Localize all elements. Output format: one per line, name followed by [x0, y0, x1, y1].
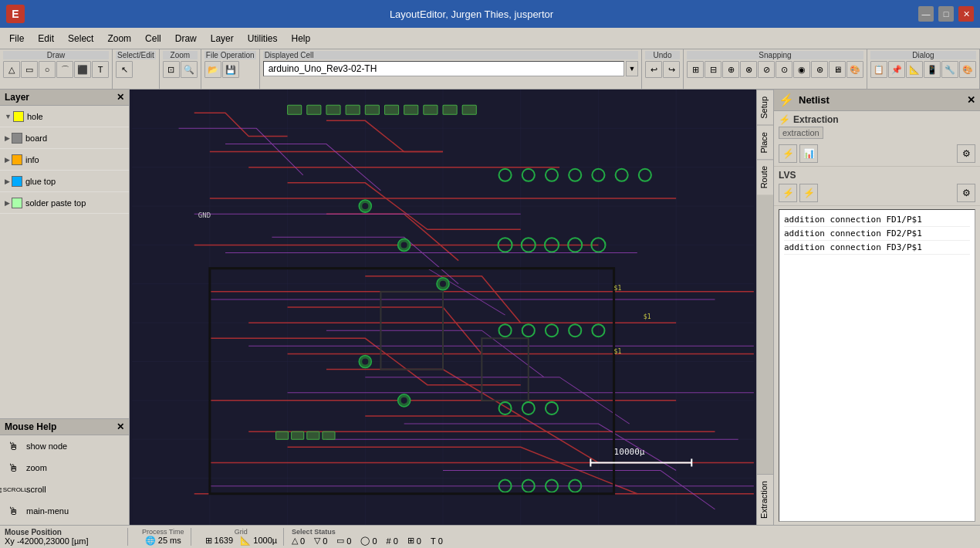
dialog-5-btn[interactable]: 🔧 [941, 61, 958, 78]
maximize-button[interactable]: □ [938, 6, 954, 22]
pcb-canvas[interactable]: GND 10000µ [130, 90, 756, 525]
instance-count: 0 [394, 536, 398, 546]
dialog-6-btn[interactable]: 🎨 [959, 61, 976, 78]
layer-swatch-info [12, 154, 22, 165]
minimize-button[interactable]: — [918, 6, 934, 22]
redo-btn[interactable]: ↪ [663, 61, 680, 78]
dialog-2-btn[interactable]: 📌 [888, 61, 905, 78]
extract-run-btn[interactable]: ⚡ [779, 144, 797, 163]
snap-4-btn[interactable]: ⊗ [740, 61, 757, 78]
select-btn[interactable]: ↖ [116, 61, 133, 78]
pcb-canvas-area[interactable]: GND 10000µ [130, 90, 756, 525]
dialog-1-btn[interactable]: 📋 [870, 61, 887, 78]
snap-2-btn[interactable]: ⊟ [705, 61, 721, 78]
undo-btn[interactable]: ↩ [645, 61, 662, 78]
layer-item-board[interactable]: ▶ board [0, 127, 129, 149]
tab-place[interactable]: Place [757, 125, 773, 160]
svg-rect-80 [307, 431, 319, 439]
draw-rect-btn[interactable]: ▭ [21, 61, 38, 78]
status-bar: Mouse Position Xy -42000,23000 [µm] Proc… [0, 525, 980, 548]
cell-dropdown-button[interactable]: ▼ [626, 61, 638, 76]
snap-5-btn[interactable]: ⊘ [758, 61, 775, 78]
tab-extraction[interactable]: Extraction [757, 474, 773, 525]
toolbar-area: Draw △ ▭ ○ ⌒ ⬛ T Select/Edit ↖ Zoom ⊡ 🔍 … [0, 49, 980, 90]
menu-layer[interactable]: Layer [204, 31, 240, 46]
file-op-icons: 📂 💾 [204, 61, 256, 78]
undo-icons: ↩ ↪ [645, 61, 680, 78]
grid-icon: ⊞ [205, 536, 212, 545]
mouse-middle-click-icon: 🖱 [5, 502, 22, 519]
left-sidebar: Layer ✕ ▼ hole ▶ board ▶ info ▶ [0, 90, 130, 525]
menu-help[interactable]: Help [285, 31, 316, 46]
draw-text-btn[interactable]: T [92, 61, 109, 78]
undo-toolbar: Undo ↩ ↪ [642, 49, 684, 89]
layer-item-hole[interactable]: ▼ hole [0, 106, 129, 127]
menu-file[interactable]: File [3, 31, 30, 46]
lvs-run-btn[interactable]: ⚡ [779, 184, 797, 202]
menu-zoom[interactable]: Zoom [101, 31, 137, 46]
cell-name-display[interactable]: arduino_Uno_Rev3-02-TH [263, 61, 624, 76]
snap-6-btn[interactable]: ⊙ [776, 61, 792, 78]
file-open-btn[interactable]: 📂 [204, 61, 221, 78]
close-button[interactable]: ✕ [958, 6, 974, 22]
snap-9-btn[interactable]: 🖥 [829, 61, 846, 78]
snap-3-btn[interactable]: ⊕ [722, 61, 739, 78]
select-edit-label: Select/Edit [116, 51, 156, 59]
select-status-instance: # 0 [387, 536, 398, 546]
dialog-3-btn[interactable]: 📐 [906, 61, 923, 78]
lvs-header: LVS [779, 170, 975, 181]
zoom-fit-btn[interactable]: ⊡ [163, 61, 180, 78]
grid-count: 1639 [215, 536, 233, 545]
lvs-compare-btn[interactable]: ⚡ [799, 184, 818, 202]
layer-item-info[interactable]: ▶ info [0, 149, 129, 171]
extract-bar-btn[interactable]: 📊 [799, 144, 818, 163]
grid-group: Grid ⊞ 1639 📐 1000µ [199, 528, 285, 546]
extract-settings-btn[interactable]: ⚙ [957, 144, 975, 163]
process-time-label: Process Time [142, 528, 184, 536]
svg-rect-88 [404, 105, 418, 114]
snap-10-btn[interactable]: 🎨 [847, 61, 863, 78]
mouse-help-close-btn[interactable]: ✕ [117, 421, 124, 432]
menu-select[interactable]: Select [62, 31, 100, 46]
draw-circle-btn[interactable]: ○ [39, 61, 56, 78]
extraction-toolbar: ⚡ 📊 ⚙ [779, 144, 975, 163]
dialog-4-btn[interactable]: 📱 [924, 61, 941, 78]
menu-cell[interactable]: Cell [139, 31, 167, 46]
mouse-help-main-menu: 🖱 main-menu [0, 500, 129, 522]
zoom-in-btn[interactable]: 🔍 [181, 61, 198, 78]
snap-8-btn[interactable]: ⊛ [811, 61, 828, 78]
layer-close-btn[interactable]: ✕ [117, 92, 124, 103]
layer-panel-header: Layer ✕ [0, 90, 129, 106]
text-status-icon: T [431, 536, 436, 546]
mouse-help-scroll-label: scroll [26, 485, 46, 494]
layer-expand-hole: ▼ [5, 113, 12, 120]
draw-instance-btn[interactable]: ⬛ [74, 61, 91, 78]
layer-item-solder-paste-top[interactable]: ▶ solder paste top [0, 192, 129, 214]
lvs-settings-btn[interactable]: ⚙ [957, 184, 975, 202]
grid-size-icon: 📐 [240, 536, 251, 545]
draw-label: Draw [3, 51, 109, 59]
draw-polygon-btn[interactable]: △ [3, 61, 20, 78]
file-save-btn[interactable]: 💾 [222, 61, 239, 78]
layer-item-glue-top[interactable]: ▶ glue top [0, 171, 129, 192]
extraction-icon: ⚡ [779, 114, 790, 125]
draw-path-btn[interactable]: ⌒ [56, 61, 73, 78]
mouse-position-label: Mouse Position [5, 528, 121, 536]
menu-utilities[interactable]: Utilities [242, 31, 284, 46]
polygon-count: 0 [300, 536, 305, 546]
mouse-help-zoom-label: zoom [26, 463, 47, 472]
tab-route[interactable]: Route [757, 159, 773, 195]
circle-count: 0 [372, 536, 377, 546]
layer-expand-board: ▶ [5, 134, 10, 142]
snap-7-btn[interactable]: ◉ [793, 61, 810, 78]
svg-rect-83 [307, 105, 321, 114]
svg-text:$1: $1 [644, 313, 651, 320]
menu-edit[interactable]: Edit [32, 31, 60, 46]
netlist-close-btn[interactable]: ✕ [967, 94, 975, 106]
svg-rect-90 [443, 105, 457, 114]
menu-draw[interactable]: Draw [169, 31, 203, 46]
snap-1-btn[interactable]: ⊞ [687, 61, 704, 78]
tab-setup[interactable]: Setup [757, 90, 773, 125]
dialog-label: Dialog [870, 51, 976, 59]
rect-count: 0 [346, 536, 351, 546]
